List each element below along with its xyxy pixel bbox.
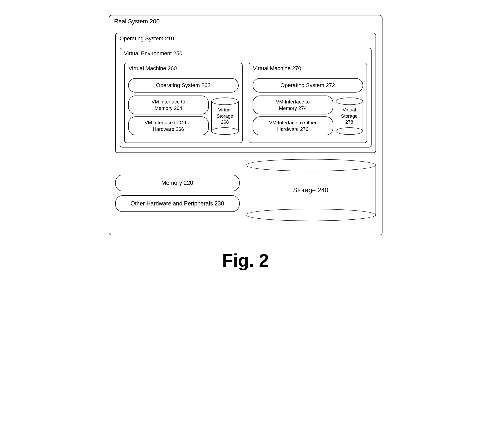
vm2-label: Virtual Machine 270 — [252, 65, 302, 72]
real-system-box: Real System 200 Operating System 210 Vir… — [109, 15, 382, 235]
vm1-cylinder-top — [211, 98, 239, 105]
vm1-cylinder-body: VirtualStorage 268 — [211, 101, 239, 131]
real-system-label: Real System 200 — [113, 18, 161, 25]
os-outer-box: Operating System 210 Virtual Environment… — [115, 33, 376, 153]
vm1-content-row: VM Interface toMemory 264 VM Interface t… — [128, 96, 239, 139]
bottom-section: Memory 220 Other Hardware and Peripheral… — [115, 159, 376, 227]
diagram-area: Real System 200 Operating System 210 Vir… — [109, 15, 382, 235]
vm1-interfaces: VM Interface toMemory 264 VM Interface t… — [128, 96, 209, 135]
storage-body: Storage 240 — [246, 165, 376, 215]
vm1-cylinder-bottom — [211, 127, 239, 135]
vm1-interface-memory: VM Interface toMemory 264 — [128, 96, 209, 114]
vm1-box: Virtual Machine 260 Operating System 262… — [124, 63, 243, 143]
virtual-env-label: Virtual Environment 250 — [123, 50, 183, 57]
vm1-os: Operating System 262 — [128, 78, 239, 93]
vm2-interface-memory: VM Interface toMemory 274 — [253, 96, 333, 114]
vm1-storage-cylinder: VirtualStorage 268 — [211, 98, 239, 139]
vm2-content-row: VM Interface toMemory 274 VM Interface t… — [253, 96, 363, 139]
vm1-interface-other: VM Interface to OtherHardware 266 — [128, 116, 209, 135]
storage-bottom — [246, 209, 376, 221]
os-outer-label: Operating System 210 — [119, 35, 175, 42]
vm2-storage-cylinder: VirtualStorage 278 — [336, 98, 363, 139]
other-hardware-box: Other Hardware and Peripherals 230 — [115, 195, 240, 212]
memory-box: Memory 220 — [115, 175, 240, 191]
vm2-cylinder-label: VirtualStorage 278 — [336, 107, 363, 125]
storage-large-cylinder: Storage 240 — [246, 159, 376, 227]
virtual-env-box: Virtual Environment 250 Virtual Machine … — [120, 48, 372, 148]
vm2-interface-other: VM Interface to OtherHardware 276 — [253, 116, 333, 135]
storage-top — [246, 159, 376, 171]
vm2-os: Operating System 272 — [253, 78, 363, 93]
vm-row: Virtual Machine 260 Operating System 262… — [124, 63, 367, 143]
vm1-cylinder-label: VirtualStorage 268 — [212, 107, 238, 125]
vm1-label: Virtual Machine 260 — [128, 65, 178, 72]
vm2-cylinder-top — [336, 98, 363, 105]
storage-label: Storage 240 — [246, 186, 376, 194]
vm2-cylinder-bottom — [336, 127, 363, 135]
bottom-left: Memory 220 Other Hardware and Peripheral… — [115, 175, 240, 212]
vm2-box: Virtual Machine 270 Operating System 272… — [249, 63, 367, 143]
vm2-cylinder-body: VirtualStorage 278 — [336, 101, 363, 131]
vm2-interfaces: VM Interface toMemory 274 VM Interface t… — [253, 96, 333, 135]
figure-label: Fig. 2 — [222, 250, 269, 271]
